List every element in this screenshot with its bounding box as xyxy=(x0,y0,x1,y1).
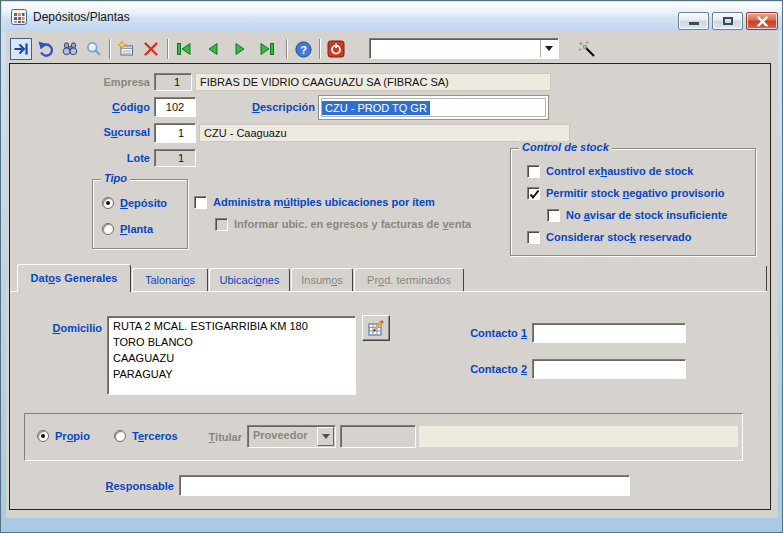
deposito-label: Depósito xyxy=(120,197,167,209)
titular-name-display xyxy=(419,426,738,447)
toolbar-separator xyxy=(286,39,288,59)
first-record-button[interactable] xyxy=(173,38,195,60)
control-stock-caption: Control de stock xyxy=(519,141,612,153)
terceros-radio[interactable] xyxy=(114,430,126,442)
no-avisar-label: No avisar de stock insuficiente xyxy=(566,209,727,221)
codigo-value: 102 xyxy=(157,99,193,115)
new-record-icon xyxy=(118,41,134,57)
find-button[interactable] xyxy=(59,38,81,60)
contacto2-label: Contacto 2 xyxy=(447,363,527,375)
informar-ubic-label: Informar ubic. en egresos y facturas de … xyxy=(234,218,471,230)
chevron-down-icon xyxy=(322,434,330,439)
close-button[interactable] xyxy=(746,12,778,30)
help-button[interactable]: ? xyxy=(292,38,314,60)
considerar-reservado-label: Considerar stock reservado xyxy=(546,231,692,243)
app-window: Depósitos/Plantas xyxy=(0,0,783,533)
administra-ubicaciones-label: Administra múltiples ubicaciones por íte… xyxy=(213,196,435,208)
empresa-code-field: 1 xyxy=(154,73,192,91)
wizard-button[interactable] xyxy=(576,38,598,60)
enter-icon xyxy=(13,41,29,57)
delete-button[interactable] xyxy=(140,38,162,60)
domicilio-line: TORO BLANCO xyxy=(113,336,350,352)
domicilio-label: Domicilio xyxy=(38,322,102,334)
descripcion-selected-text: CZU - PROD TQ GR xyxy=(322,101,430,115)
previous-record-button[interactable] xyxy=(202,38,224,60)
next-record-icon xyxy=(232,41,248,57)
domicilio-textarea[interactable]: RUTA 2 MCAL. ESTIGARRIBIA KM 180 TORO BL… xyxy=(107,316,356,395)
lote-label: Lote xyxy=(70,152,150,164)
toolbar-search-combobox[interactable] xyxy=(369,38,559,59)
next-record-button[interactable] xyxy=(229,38,251,60)
codigo-label: Código xyxy=(70,101,150,113)
tab-ubicaciones[interactable]: Ubicaciones xyxy=(209,268,290,291)
considerar-reservado-checkbox[interactable] xyxy=(527,231,540,244)
tabstrip-edge xyxy=(766,266,767,292)
wizard-wand-icon xyxy=(578,40,596,58)
permitir-negativo-checkbox[interactable] xyxy=(527,187,540,200)
propio-label: Propio xyxy=(55,430,90,442)
minimize-button[interactable] xyxy=(678,12,709,30)
empresa-code-value: 1 xyxy=(157,75,189,89)
planta-label: Planta xyxy=(120,223,153,235)
responsable-input[interactable] xyxy=(179,475,630,496)
form-panel: Empresa 1 FIBRAS DE VIDRIO CAAGUAZU SA (… xyxy=(9,63,771,510)
domicilio-line: CAAGUAZU xyxy=(113,352,350,368)
tipo-caption: Tipo xyxy=(101,172,130,184)
radio-dot xyxy=(41,434,45,438)
check-icon xyxy=(529,189,540,200)
titular-value: Proveedor xyxy=(253,429,307,441)
magnifier-icon xyxy=(86,41,102,57)
planta-radio[interactable] xyxy=(102,223,114,235)
maximize-button[interactable] xyxy=(712,12,743,30)
domicilio-line: PARAGUAY xyxy=(113,368,350,384)
maximize-icon xyxy=(723,17,733,25)
first-record-icon xyxy=(175,41,193,57)
lote-value: 1 xyxy=(157,151,193,165)
lote-field: 1 xyxy=(154,149,196,167)
empresa-label: Empresa xyxy=(70,76,150,88)
undo-icon xyxy=(38,41,54,57)
last-record-button[interactable] xyxy=(256,38,278,60)
propio-radio[interactable] xyxy=(37,430,49,442)
new-record-button[interactable] xyxy=(115,38,137,60)
titular-combobox: Proveedor xyxy=(247,425,336,448)
responsable-label: Responsable xyxy=(94,480,174,492)
administra-ubicaciones-checkbox[interactable] xyxy=(194,196,207,209)
no-avisar-checkbox[interactable] xyxy=(547,209,560,222)
close-icon xyxy=(756,15,769,28)
combo-dropdown-button[interactable] xyxy=(540,40,557,57)
zoom-button[interactable] xyxy=(83,38,105,60)
domicilio-line: RUTA 2 MCAL. ESTIGARRIBIA KM 180 xyxy=(113,320,350,336)
control-exhaustivo-checkbox[interactable] xyxy=(527,165,540,178)
previous-record-icon xyxy=(205,41,221,57)
contacto1-input[interactable] xyxy=(532,323,686,343)
exit-button[interactable] xyxy=(325,38,347,60)
control-exhaustivo-label: Control exhaustivo de stock xyxy=(546,165,693,177)
empresa-name-display: FIBRAS DE VIDRIO CAAGUAZU SA (FIBRAC SA) xyxy=(195,73,551,91)
titlebar: Depósitos/Plantas xyxy=(2,2,782,31)
codigo-field[interactable]: 102 xyxy=(154,97,196,117)
chevron-down-icon xyxy=(545,46,553,51)
descripcion-field[interactable]: CZU - PROD TQ GR xyxy=(318,95,549,120)
contacto2-input[interactable] xyxy=(532,359,686,379)
descripcion-label: Descripción xyxy=(225,101,315,113)
exit-icon xyxy=(327,40,345,58)
window-title: Depósitos/Plantas xyxy=(33,10,130,24)
deposito-radio[interactable] xyxy=(102,197,114,209)
app-icon xyxy=(11,9,27,25)
tab-talonarios[interactable]: Talonarios xyxy=(132,268,208,291)
permitir-negativo-label: Permitir stock negativo provisorio xyxy=(546,187,725,199)
sucursal-field[interactable]: 1 xyxy=(154,123,196,143)
sucursal-value: 1 xyxy=(157,125,193,141)
tab-datos-generales[interactable]: Datos Generales xyxy=(17,264,131,292)
terceros-label: Terceros xyxy=(132,430,178,442)
edit-domicilio-button[interactable] xyxy=(362,315,390,341)
client-area: ? Empresa 1 FIBRAS DE VIDRIO CAAGUAZU SA… xyxy=(6,31,778,518)
svg-text:?: ? xyxy=(300,43,307,55)
toolbar-separator xyxy=(319,39,321,59)
toolbar-separator xyxy=(167,39,169,59)
toolbar-search-input[interactable] xyxy=(372,41,538,56)
undo-button[interactable] xyxy=(35,38,57,60)
enter-button[interactable] xyxy=(10,38,32,60)
sucursal-label: Sucursal xyxy=(70,126,150,138)
